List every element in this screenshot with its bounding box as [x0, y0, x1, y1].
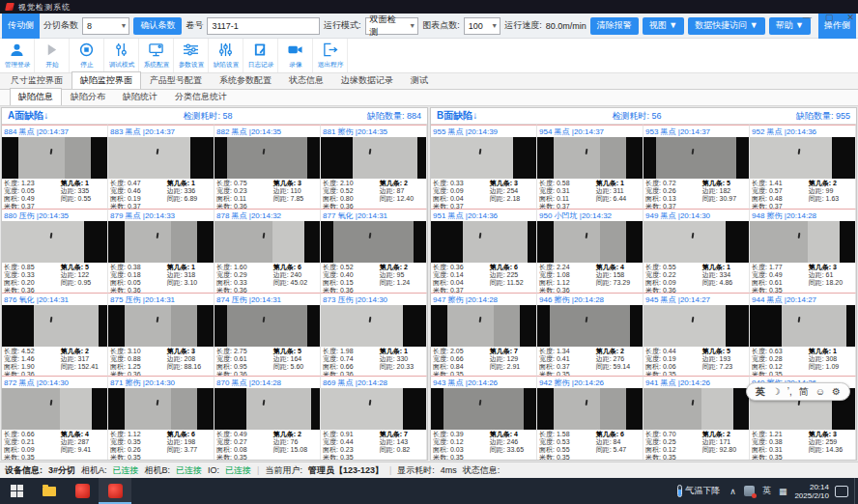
defect-cell[interactable]: 880 压伤 |20:14:35 长度: 0.85 宽度: 0.33 面积: 0…	[2, 209, 108, 293]
system-config-button[interactable]: 系统配置	[139, 39, 174, 72]
defect-cell[interactable]: 876 氧化 |20:14:31 长度: 4.52 宽度: 1.46 面积: 1…	[2, 293, 108, 377]
admin-login-button[interactable]: 管理登录	[0, 39, 35, 72]
ime-punctuation-toggle[interactable]: ’,	[787, 386, 792, 397]
defect-cell[interactable]: 878 黑点 |20:14:32 长度: 1.60 宽度: 0.29 面积: 0…	[214, 209, 321, 293]
app-shortcut-button[interactable]	[66, 478, 99, 504]
defect-cell[interactable]: 951 黑点 |20:14:36 长度: 0.36 宽度: 0.14 面积: 0…	[431, 209, 537, 293]
defect-cell[interactable]: 950 小凹坑 |20:14:32 长度: 2.24 宽度: 1.08 面积: …	[537, 209, 644, 293]
defect-image[interactable]	[644, 137, 749, 179]
recording-button[interactable]: 录像	[278, 39, 313, 72]
debug-mode-button[interactable]: 调试模式	[104, 39, 139, 72]
taskbar-clock[interactable]: 20:14 2025/2/10	[794, 483, 829, 500]
defect-cell[interactable]: 874 压伤 |20:14:31 长度: 2.75 宽度: 0.61 面积: 0…	[214, 293, 321, 377]
defect-image[interactable]	[750, 137, 855, 179]
defect-image[interactable]	[2, 221, 107, 263]
defect-image[interactable]	[108, 221, 214, 263]
ime-emoji-icon[interactable]: ☺	[815, 386, 825, 397]
show-desktop-button[interactable]	[854, 478, 858, 504]
ime-simplified-toggle[interactable]: 简	[799, 385, 809, 399]
start-button[interactable]: 开始	[35, 39, 70, 72]
confirm-slit-button[interactable]: 确认条数	[133, 17, 182, 35]
touch-keyboard-icon[interactable]: ▦	[779, 487, 787, 496]
run-mode-select[interactable]: 双面检测▼	[365, 17, 419, 35]
notification-center-icon[interactable]	[835, 486, 848, 497]
ime-fullwidth-icon[interactable]: ☽	[772, 386, 781, 397]
panel-a-title[interactable]: A面缺陷↓	[8, 109, 48, 123]
defect-cell[interactable]: 877 氧化 |20:14:31 长度: 0.52 宽度: 0.40 面积: 0…	[321, 209, 427, 293]
defect-image[interactable]	[644, 221, 749, 263]
defect-image[interactable]	[431, 221, 536, 263]
defect-settings-button[interactable]: 缺陷设置	[209, 39, 243, 72]
defect-image[interactable]	[2, 137, 107, 179]
defect-image[interactable]	[537, 388, 643, 430]
defect-cell[interactable]: 954 黑点 |20:14:37 长度: 0.58 宽度: 0.31 面积: 0…	[537, 125, 644, 209]
defect-cell[interactable]: 875 压伤 |20:14:31 长度: 3.10 宽度: 0.88 面积: 1…	[108, 293, 214, 377]
defect-cell[interactable]: 947 擦伤 |20:14:28 长度: 2.05 宽度: 0.66 面积: 0…	[431, 293, 537, 377]
defect-cell[interactable]: 872 黑点 |20:14:30 长度: 0.66 宽度: 0.21 面积: 0…	[2, 376, 108, 460]
defect-image[interactable]	[537, 221, 643, 263]
defect-image[interactable]	[431, 305, 536, 347]
defect-image[interactable]	[214, 221, 320, 263]
defect-cell[interactable]: 879 黑点 |20:14:33 长度: 0.38 宽度: 0.18 面积: 0…	[108, 209, 214, 293]
ime-language-toggle[interactable]: 英	[756, 385, 765, 399]
defect-cell[interactable]: 941 黑点 |20:14:26 长度: 0.70 宽度: 0.25 面积: 0…	[644, 376, 750, 460]
defect-image[interactable]	[750, 221, 855, 263]
defect-image[interactable]	[108, 388, 214, 430]
tab-product-model-config[interactable]: 产品型号配置	[141, 71, 211, 89]
defect-cell[interactable]: 948 擦伤 |20:14:28 长度: 1.77 宽度: 0.49 面积: 0…	[750, 209, 856, 293]
defect-cell[interactable]: 953 黑点 |20:14:37 长度: 0.72 宽度: 0.26 面积: 0…	[644, 125, 750, 209]
defect-cell[interactable]: 942 擦伤 |20:14:26 长度: 1.58 宽度: 0.53 面积: 0…	[537, 376, 644, 460]
subtab-classification-statistics[interactable]: 分类信息统计	[166, 88, 236, 105]
defect-cell[interactable]: 870 黑点 |20:14:28 长度: 0.49 宽度: 0.27 面积: 0…	[214, 376, 321, 460]
defect-image[interactable]	[431, 388, 536, 430]
defect-cell[interactable]: 884 黑点 |20:14:37 长度: 1.23 宽度: 0.05 面积: 0…	[2, 125, 108, 209]
defect-cell[interactable]: 944 黑点 |20:14:27 长度: 0.63 宽度: 0.28 面积: 0…	[750, 293, 856, 377]
running-app-button[interactable]	[99, 478, 131, 504]
tab-test[interactable]: 测试	[402, 71, 437, 89]
defect-cell[interactable]: 943 黑点 |20:14:26 长度: 0.39 宽度: 0.12 面积: 0…	[431, 376, 537, 460]
defect-image[interactable]	[750, 305, 855, 347]
tab-system-param-config[interactable]: 系统参数配置	[211, 71, 280, 89]
tab-defect-monitor[interactable]: 缺陷监控界面	[72, 71, 141, 89]
ime-settings-gear-icon[interactable]: ⚙	[832, 386, 841, 397]
subtab-defect-statistics[interactable]: 缺陷统计	[114, 88, 166, 105]
input-language-indicator[interactable]: 英	[762, 485, 771, 497]
defect-cell[interactable]: 952 黑点 |20:14:36 长度: 1.41 宽度: 0.57 面积: 0…	[750, 125, 856, 209]
tab-size-monitor[interactable]: 尺寸监控界面	[2, 71, 72, 89]
slit-count-select[interactable]: 8▼	[82, 17, 129, 35]
defect-cell[interactable]: 871 擦伤 |20:14:30 长度: 1.12 宽度: 0.35 面积: 0…	[108, 376, 214, 460]
roll-number-input[interactable]: 3117-1	[207, 17, 320, 35]
chart-points-select[interactable]: 100▼	[464, 17, 501, 35]
defect-image[interactable]	[2, 305, 107, 347]
subtab-defect-distribution[interactable]: 缺陷分布	[62, 88, 114, 105]
defect-image[interactable]	[2, 388, 107, 430]
weather-widget[interactable]: 气温下降	[685, 485, 720, 497]
defect-cell[interactable]: 946 擦伤 |20:14:28 长度: 1.34 宽度: 0.41 面积: 0…	[537, 293, 644, 377]
defect-image[interactable]	[321, 388, 426, 430]
log-record-button[interactable]: 日志记录	[243, 39, 278, 72]
defect-image[interactable]	[644, 388, 749, 430]
defect-image[interactable]	[431, 137, 536, 179]
stop-button[interactable]: 停止	[70, 39, 104, 72]
file-explorer-button[interactable]	[33, 478, 66, 504]
defect-image[interactable]	[321, 137, 426, 179]
defect-image[interactable]	[321, 305, 426, 347]
data-quick-access-button[interactable]: 数据快捷访问 ▼	[688, 17, 764, 35]
start-menu-button[interactable]	[0, 478, 33, 504]
defect-image[interactable]	[214, 305, 320, 347]
defect-cell[interactable]: 949 黑点 |20:14:30 长度: 0.55 宽度: 0.22 面积: 0…	[644, 209, 750, 293]
clear-alarm-button[interactable]: 清除报警	[590, 17, 639, 35]
tray-chevron-icon[interactable]: ∧	[729, 487, 736, 496]
defect-image[interactable]	[214, 137, 320, 179]
parameter-settings-button[interactable]: 参数设置	[174, 39, 209, 72]
defect-cell[interactable]: 873 压伤 |20:14:30 长度: 1.98 宽度: 0.74 面积: 0…	[321, 293, 427, 377]
defect-image[interactable]	[321, 221, 426, 263]
defect-image[interactable]	[537, 137, 643, 179]
defect-cell[interactable]: 955 黑点 |20:14:39 长度: 0.33 宽度: 0.09 面积: 0…	[431, 125, 537, 209]
defect-cell[interactable]: 882 黑点 |20:14:35 长度: 0.75 宽度: 0.23 面积: 0…	[214, 125, 321, 209]
defect-cell[interactable]: 881 擦伤 |20:14:35 长度: 2.10 宽度: 0.52 面积: 0…	[321, 125, 427, 209]
tab-status-info[interactable]: 状态信息	[280, 71, 332, 89]
defect-cell[interactable]: 883 黑点 |20:14:37 长度: 0.47 宽度: 0.46 面积: 0…	[108, 125, 214, 209]
exit-program-button[interactable]: 退出程序	[313, 39, 348, 72]
defect-image[interactable]	[108, 137, 214, 179]
